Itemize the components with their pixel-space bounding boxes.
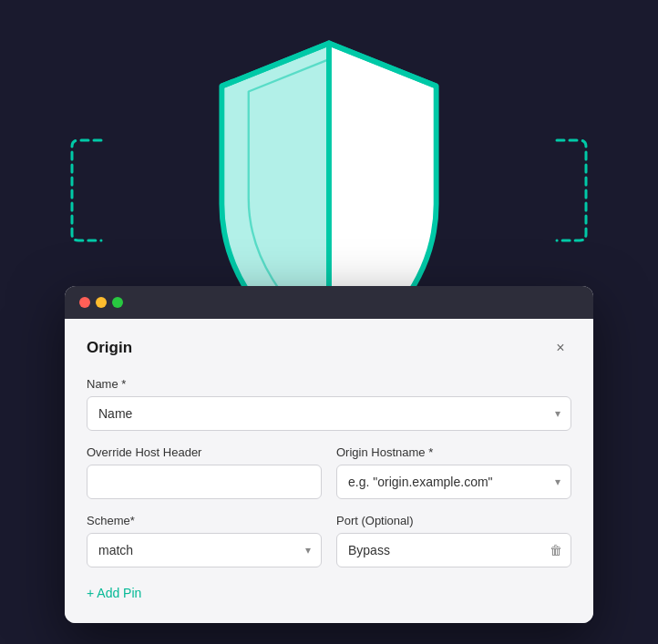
bracket-left-decoration	[65, 131, 110, 250]
scheme-select[interactable]: match http https	[87, 533, 322, 567]
origin-hostname-col: Origin Hostname * e.g. "origin.example.c…	[336, 445, 571, 499]
add-pin-button[interactable]: + Add Pin	[87, 586, 141, 600]
name-select[interactable]: Name	[87, 396, 571, 431]
modal-header: Origin ×	[87, 337, 571, 359]
override-host-label: Override Host Header	[87, 445, 322, 459]
minimize-dot[interactable]	[96, 297, 107, 308]
maximize-dot[interactable]	[112, 297, 123, 308]
titlebar	[65, 286, 593, 319]
scheme-label: Scheme*	[87, 514, 322, 527]
bracket-right-decoration	[548, 131, 593, 250]
override-host-col: Override Host Header	[87, 445, 322, 499]
name-select-wrapper: Name ▾	[87, 396, 571, 431]
origin-hostname-select[interactable]: e.g. "origin.example.com"	[336, 465, 571, 499]
name-field-group: Name * Name ▾	[87, 377, 571, 431]
modal-window: Origin × Name * Name ▾ Override Host Hea…	[65, 286, 593, 623]
traffic-lights	[79, 297, 123, 308]
port-input-wrapper: 🗑	[336, 533, 571, 567]
origin-hostname-select-wrapper: e.g. "origin.example.com" ▾	[336, 465, 571, 499]
close-button[interactable]: ×	[550, 337, 571, 359]
override-host-input[interactable]	[87, 465, 322, 499]
host-hostname-row: Override Host Header Origin Hostname * e…	[87, 445, 571, 499]
close-dot[interactable]	[79, 297, 90, 308]
modal-body: Origin × Name * Name ▾ Override Host Hea…	[65, 319, 593, 623]
port-input[interactable]	[336, 533, 571, 567]
scheme-col: Scheme* match http https ▾	[87, 514, 322, 567]
scheme-port-row: Scheme* match http https ▾ Port (Optiona…	[87, 514, 571, 567]
scene: Origin × Name * Name ▾ Override Host Hea…	[37, 22, 621, 623]
scheme-select-wrapper: match http https ▾	[87, 533, 322, 567]
port-label: Port (Optional)	[336, 514, 571, 527]
modal-title: Origin	[87, 339, 132, 357]
origin-hostname-label: Origin Hostname *	[336, 445, 571, 459]
port-col: Port (Optional) 🗑	[336, 514, 571, 567]
name-label: Name *	[87, 377, 571, 391]
